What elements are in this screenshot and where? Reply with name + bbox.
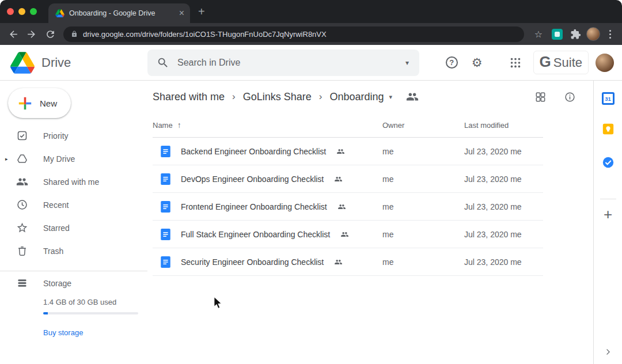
- clock-icon: [16, 199, 29, 211]
- sidebar-item-label: Priority: [0, 131, 69, 141]
- breadcrumb: Shared with me › GoLinks Share › Onboard…: [147, 81, 593, 113]
- search-input[interactable]: [177, 58, 397, 68]
- info-icon[interactable]: [564, 91, 576, 103]
- sidebar-item-starred[interactable]: Starred: [0, 217, 147, 240]
- column-header-name[interactable]: Name ↑: [153, 120, 382, 130]
- breadcrumb-golinks-share[interactable]: GoLinks Share: [243, 91, 312, 103]
- new-plus-icon: [17, 96, 33, 111]
- google-apps-grid-icon[interactable]: [509, 56, 522, 69]
- breadcrumb-separator-icon: ›: [319, 91, 323, 103]
- gsuite-suite-label: Suite: [553, 55, 582, 70]
- grid-view-icon[interactable]: [534, 91, 547, 103]
- file-last-modified: Jul 23, 2020 me: [464, 202, 543, 211]
- breadcrumb-onboarding[interactable]: Onboarding: [329, 91, 384, 103]
- folder-menu-caret-icon[interactable]: ▾: [389, 93, 393, 101]
- address-bar[interactable]: drive.google.com/drive/folders/1oiCO1S-T…: [63, 26, 524, 42]
- new-button[interactable]: New: [8, 88, 71, 118]
- file-row[interactable]: DevOps Engineer Onboarding Checklist me …: [153, 165, 543, 193]
- column-header-last-modified[interactable]: Last modified: [464, 121, 543, 130]
- main-content: Shared with me › GoLinks Share › Onboard…: [147, 81, 593, 364]
- new-tab-button[interactable]: +: [198, 6, 205, 17]
- list-header: Name ↑ Owner Last modified: [153, 113, 543, 138]
- people-icon: [16, 176, 29, 188]
- shared-people-icon: [337, 203, 347, 211]
- bookmark-star-icon[interactable]: ☆: [531, 29, 546, 40]
- buy-storage-link[interactable]: Buy storage: [43, 328, 83, 337]
- storage-progress-bar: [43, 312, 138, 314]
- drive-header: Drive ▾ ? ⚙ G Suite: [0, 45, 622, 81]
- search-bar[interactable]: ▾: [147, 50, 419, 76]
- sidebar-item-recent[interactable]: Recent: [0, 194, 147, 217]
- column-header-owner[interactable]: Owner: [382, 121, 464, 130]
- file-row[interactable]: Backend Engineer Onboarding Checklist me…: [153, 138, 543, 165]
- file-name: Full Stack Engineer Onboarding Checklist: [181, 230, 330, 239]
- gsuite-logo: G Suite: [533, 51, 589, 74]
- help-icon[interactable]: ?: [446, 56, 458, 69]
- storage-usage-text: 1.4 GB of 30 GB used: [0, 298, 147, 306]
- file-row[interactable]: Security Engineer Onboarding Checklist m…: [153, 248, 543, 276]
- file-last-modified: Jul 23, 2020 me: [464, 175, 543, 184]
- sidebar-item-priority[interactable]: Priority: [0, 124, 147, 147]
- browser-profile-avatar[interactable]: [586, 27, 600, 41]
- collapse-panel-chevron-icon[interactable]: [604, 348, 612, 356]
- file-list: Name ↑ Owner Last modified Backend Engin…: [153, 113, 543, 276]
- star-outline-icon: [16, 222, 29, 234]
- priority-icon: [16, 130, 29, 142]
- search-icon: [157, 56, 169, 69]
- sidebar-item-storage[interactable]: Storage: [0, 271, 147, 295]
- extensions-puzzle-icon[interactable]: [568, 26, 583, 41]
- browser-tab[interactable]: Onboarding - Google Drive ×: [48, 3, 190, 23]
- storage-section: Storage 1.4 GB of 30 GB used Buy storage: [0, 271, 147, 338]
- settings-gear-icon[interactable]: ⚙: [472, 56, 483, 69]
- close-window-button[interactable]: [7, 8, 14, 15]
- refresh-button[interactable]: [43, 26, 58, 41]
- breadcrumb-shared-with-me[interactable]: Shared with me: [153, 91, 225, 103]
- calendar-icon[interactable]: 31: [602, 92, 615, 105]
- gsuite-g-letter: G: [540, 53, 551, 71]
- file-owner: me: [382, 230, 464, 239]
- keep-icon[interactable]: [602, 123, 615, 135]
- shared-people-icon: [336, 147, 346, 156]
- window-controls: [0, 8, 44, 15]
- file-last-modified: Jul 23, 2020 me: [464, 230, 543, 239]
- search-options-caret-icon[interactable]: ▾: [405, 59, 410, 67]
- drive-favicon: [55, 9, 65, 17]
- file-name: Backend Engineer Onboarding Checklist: [181, 147, 326, 156]
- account-avatar[interactable]: [596, 54, 614, 72]
- google-doc-icon: [160, 145, 171, 158]
- file-owner: me: [382, 147, 464, 156]
- file-row[interactable]: Full Stack Engineer Onboarding Checklist…: [153, 221, 543, 248]
- sidebar-item-label: My Drive: [0, 154, 75, 164]
- view-controls: [534, 91, 576, 103]
- minimize-window-button[interactable]: [18, 8, 25, 15]
- sidebar-item-label: Recent: [0, 200, 69, 210]
- google-doc-icon: [160, 228, 171, 241]
- forward-button[interactable]: [24, 26, 39, 41]
- shared-people-icon: [340, 230, 350, 238]
- sidebar-item-label: Shared with me: [0, 177, 99, 187]
- lock-icon: [71, 31, 78, 37]
- sidebar-item-shared-with-me[interactable]: Shared with me: [0, 170, 147, 194]
- tab-strip: Onboarding - Google Drive × +: [0, 0, 622, 23]
- sidebar-item-my-drive[interactable]: ▸ My Drive: [0, 147, 147, 170]
- sidebar-item-label: Trash: [0, 247, 63, 256]
- expand-chevron-icon[interactable]: ▸: [5, 156, 8, 162]
- sidebar: New Priority ▸ My Drive Shared with me R…: [0, 81, 147, 364]
- file-row[interactable]: Frontend Engineer Onboarding Checklist m…: [153, 193, 543, 221]
- sidebar-item-label: Starred: [0, 223, 70, 233]
- add-addon-plus-icon[interactable]: +: [604, 207, 612, 222]
- my-drive-icon: [16, 153, 29, 165]
- tab-close-icon[interactable]: ×: [178, 9, 185, 18]
- tasks-icon[interactable]: [602, 156, 615, 169]
- sort-ascending-icon[interactable]: ↑: [177, 120, 181, 130]
- back-button[interactable]: [6, 26, 21, 41]
- drive-brand[interactable]: Drive: [0, 52, 147, 74]
- google-doc-icon: [160, 256, 171, 268]
- zoom-window-button[interactable]: [30, 8, 37, 15]
- file-last-modified: Jul 23, 2020 me: [464, 257, 543, 267]
- sidebar-nav: Priority ▸ My Drive Shared with me Recen…: [0, 124, 147, 263]
- extension-icon-teal[interactable]: [549, 26, 564, 41]
- sidebar-item-trash[interactable]: Trash: [0, 240, 147, 263]
- file-last-modified: Jul 23, 2020 me: [464, 147, 543, 156]
- browser-menu-icon[interactable]: [604, 26, 616, 41]
